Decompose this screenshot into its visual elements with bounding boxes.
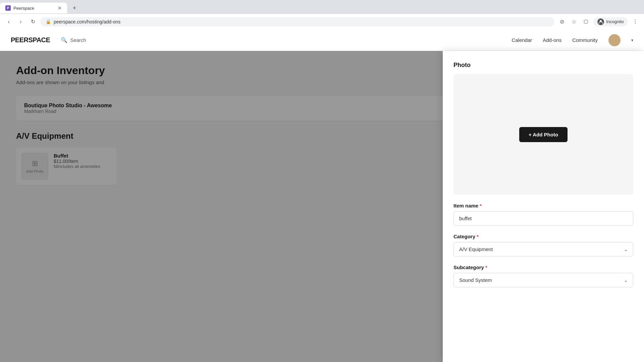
search-label: Search (70, 37, 86, 43)
browser-nav-bar: ‹ › ↻ 🔒 peerspace.com/hosting/add-ons ⊘ … (0, 13, 644, 29)
search-button[interactable]: 🔍 Search (61, 37, 86, 43)
item-name-label: Item name * (453, 203, 633, 208)
modal-panel: Photo + Add Photo Item name * Category * (443, 51, 644, 362)
item-name-input[interactable] (453, 211, 633, 226)
refresh-button[interactable]: ↻ (28, 17, 38, 26)
browser-tab[interactable]: P Peerspace ✕ (0, 3, 67, 13)
app: PEERSPACE 🔍 Search Calendar Add-ons Comm… (0, 29, 644, 362)
item-name-group: Item name * (453, 203, 633, 226)
split-screen-icon[interactable]: ⬡ (581, 17, 591, 26)
back-button[interactable]: ‹ (4, 17, 13, 26)
avatar[interactable] (608, 34, 621, 46)
nav-community[interactable]: Community (572, 37, 598, 43)
logo[interactable]: PEERSPACE (11, 36, 50, 44)
tab-title: Peerspace (13, 6, 55, 11)
forward-button[interactable]: › (16, 17, 25, 26)
camera-icon[interactable]: ⊘ (557, 17, 567, 26)
new-tab-button[interactable]: + (70, 3, 79, 13)
address-url: peerspace.com/hosting/add-ons (54, 19, 120, 24)
photo-upload-area[interactable]: + Add Photo (453, 74, 633, 195)
category-label: Category * (453, 234, 633, 239)
chevron-down-icon[interactable]: ▾ (631, 38, 633, 43)
subcategory-select-wrapper: Sound System Projector Screen Microphone… (453, 273, 633, 287)
bookmark-icon[interactable]: ☆ (569, 17, 579, 26)
search-icon: 🔍 (61, 37, 67, 43)
browser-nav-actions: ⊘ ☆ ⬡ Incognito ⋮ (557, 17, 640, 26)
tab-close-button[interactable]: ✕ (58, 5, 62, 11)
incognito-icon (597, 18, 604, 25)
nav-addons[interactable]: Add-ons (543, 37, 561, 43)
category-group: Category * A/V Equipment Furniture Light… (453, 234, 633, 256)
nav-calendar[interactable]: Calendar (512, 37, 532, 43)
item-name-required: * (480, 203, 482, 208)
address-bar[interactable]: 🔒 peerspace.com/hosting/add-ons (40, 17, 554, 26)
subcategory-label: Subcategory * (453, 264, 633, 270)
category-select[interactable]: A/V Equipment Furniture Lighting Caterin… (453, 242, 633, 256)
subcategory-group: Subcategory * Sound System Projector Scr… (453, 264, 633, 287)
incognito-label: Incognito (606, 19, 624, 24)
category-select-wrapper: A/V Equipment Furniture Lighting Caterin… (453, 242, 633, 256)
lock-icon: 🔒 (46, 19, 51, 24)
add-photo-button[interactable]: + Add Photo (519, 127, 568, 142)
tab-favicon: P (5, 5, 11, 11)
category-required: * (477, 234, 479, 239)
menu-icon[interactable]: ⋮ (631, 17, 640, 26)
main-nav: Calendar Add-ons Community ▾ (512, 34, 633, 46)
subcategory-required: * (485, 264, 487, 270)
app-header: PEERSPACE 🔍 Search Calendar Add-ons Comm… (0, 29, 644, 51)
photo-label: Photo (453, 62, 633, 69)
subcategory-select[interactable]: Sound System Projector Screen Microphone… (453, 273, 633, 287)
incognito-badge[interactable]: Incognito (593, 17, 628, 26)
photo-section: Photo + Add Photo (453, 62, 633, 195)
main-content: Add-on Inventory Add-ons are shown on yo… (0, 51, 644, 362)
